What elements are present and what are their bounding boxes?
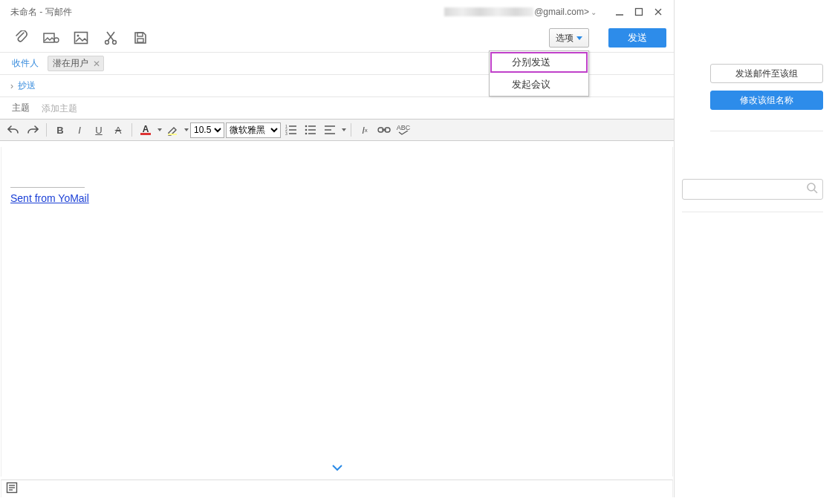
options-button[interactable]: 选项: [549, 28, 589, 48]
attachment-icon[interactable]: [13, 30, 30, 46]
options-label: 选项: [556, 32, 574, 45]
compose-window: 未命名 - 写邮件 @gmail.com> ⌄: [0, 0, 675, 497]
recipient-label[interactable]: 收件人: [12, 57, 48, 70]
chevron-down-icon: [576, 36, 582, 40]
svg-rect-14: [168, 134, 177, 135]
recipient-chip[interactable]: 潜在用户 ✕: [48, 56, 104, 71]
rename-group-button[interactable]: 修改该组名称: [710, 91, 823, 110]
subject-row: 主题: [0, 96, 674, 119]
undo-icon[interactable]: [4, 121, 22, 139]
font-size-select[interactable]: 10.5: [190, 122, 224, 138]
svg-text:3: 3: [285, 131, 287, 135]
svg-point-25: [305, 133, 308, 135]
svg-point-23: [305, 129, 308, 131]
svg-rect-13: [137, 39, 143, 42]
highlight-dropdown-icon[interactable]: [184, 128, 189, 131]
maximize-button[interactable]: [629, 4, 649, 19]
title-sep: -: [39, 7, 45, 17]
spellcheck-label: ABC: [397, 125, 411, 131]
unordered-list-icon[interactable]: [302, 121, 319, 139]
svg-point-21: [305, 125, 308, 128]
title-compose: 写邮件: [45, 7, 72, 17]
svg-rect-1: [636, 9, 643, 16]
strikethrough-button[interactable]: A: [109, 121, 127, 139]
status-bar: [1, 480, 673, 497]
account-email-blurred: [444, 7, 533, 16]
spellcheck-icon[interactable]: ABC: [394, 121, 412, 139]
insert-link-icon[interactable]: [375, 121, 393, 139]
svg-line-38: [814, 190, 817, 193]
redo-icon[interactable]: [24, 121, 42, 139]
svg-point-37: [808, 183, 815, 191]
list-border: [682, 212, 823, 212]
title-bar: 未命名 - 写邮件 @gmail.com> ⌄: [0, 0, 674, 24]
align-icon[interactable]: [321, 121, 339, 139]
search-icon[interactable]: [806, 182, 818, 197]
insert-image-cloud-icon[interactable]: [43, 30, 59, 46]
underline-button[interactable]: U: [90, 121, 108, 139]
insert-image-icon[interactable]: [73, 30, 89, 46]
text-color-button[interactable]: A: [137, 121, 155, 139]
svg-rect-6: [75, 33, 88, 44]
options-menu: 分别发送 发起会议: [489, 50, 589, 96]
contact-search-row[interactable]: [682, 179, 823, 200]
svg-line-11: [107, 32, 114, 41]
close-button[interactable]: [649, 4, 668, 19]
italic-button[interactable]: I: [71, 121, 88, 139]
account-email-suffix: @gmail.com>: [534, 7, 589, 17]
divider: [710, 131, 823, 131]
window-title: 未命名 - 写邮件: [10, 6, 72, 19]
editor-toolbar: B I U A A 10.5 微软雅黑 123 Ix: [0, 119, 674, 141]
recipient-chip-text: 潜在用户: [53, 57, 88, 70]
save-icon[interactable]: [132, 30, 149, 46]
subject-input[interactable]: [42, 103, 666, 114]
account-dropdown-icon[interactable]: ⌄: [591, 8, 597, 16]
send-to-group-button[interactable]: 发送邮件至该组: [710, 64, 823, 83]
text-mode-icon[interactable]: [6, 482, 18, 497]
subject-label: 主题: [12, 102, 42, 114]
signature-divider: [10, 187, 85, 188]
signature-link[interactable]: Sent from YoMail: [10, 192, 89, 204]
minimize-button[interactable]: [610, 4, 629, 19]
title-untitled: 未命名: [10, 7, 37, 17]
cc-expand-icon[interactable]: ›: [10, 81, 13, 91]
align-dropdown-icon[interactable]: [342, 128, 346, 131]
bold-button[interactable]: B: [51, 121, 69, 139]
editor-body[interactable]: Sent from YoMail: [1, 147, 673, 477]
cc-label[interactable]: 抄送: [18, 79, 36, 92]
highlight-color-button[interactable]: [163, 121, 181, 139]
chip-remove-icon[interactable]: ✕: [93, 59, 100, 69]
ordered-list-icon[interactable]: 123: [282, 121, 300, 139]
send-button[interactable]: 发送: [608, 28, 666, 48]
right-panel: 发送邮件至该组 修改该组名称: [675, 0, 835, 497]
clear-format-icon[interactable]: Ix: [356, 121, 374, 139]
expand-chevron-icon[interactable]: [331, 462, 343, 474]
menu-item-start-meeting[interactable]: 发起会议: [490, 73, 588, 96]
compose-toolbar: 选项 发送: [0, 24, 674, 52]
cut-icon[interactable]: [103, 30, 119, 46]
svg-point-7: [77, 35, 79, 37]
text-color-dropdown-icon[interactable]: [157, 128, 162, 131]
font-family-select[interactable]: 微软雅黑: [226, 122, 281, 138]
svg-point-5: [54, 38, 59, 42]
svg-line-10: [108, 32, 114, 41]
menu-item-send-separately[interactable]: 分别发送: [490, 51, 588, 73]
